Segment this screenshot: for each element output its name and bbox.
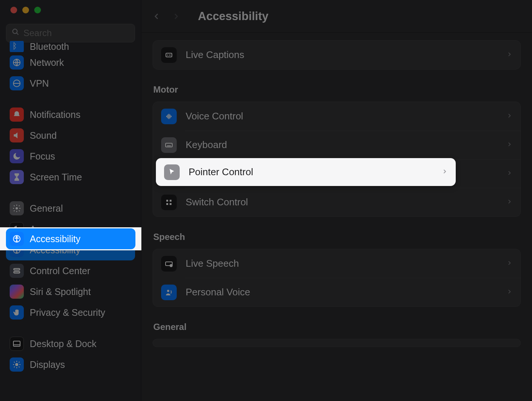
svg-line-19 [14, 366, 15, 367]
row-label: Switch Control [186, 196, 497, 208]
sidebar-item-notifications[interactable]: Notifications [6, 104, 135, 125]
row-pointer-control-highlight[interactable]: Pointer Control [156, 158, 456, 186]
close-window-button[interactable] [10, 7, 17, 13]
search-icon [12, 28, 20, 38]
sidebar-highlight-accessibility: Accessibility [0, 227, 141, 250]
row-voice-control[interactable]: Voice Control [153, 102, 520, 131]
back-button[interactable] [153, 11, 161, 22]
globe-icon [10, 76, 24, 90]
row-label: Live Captions [186, 49, 497, 61]
chevron-right-icon [506, 112, 512, 121]
row-label: Keyboard [186, 139, 497, 151]
gear-icon [10, 201, 24, 215]
sidebar-item-label: Accessibility [30, 234, 80, 244]
sidebar-list: ᛒ Bluetooth Network VPN Notifications [0, 41, 141, 401]
svg-point-39 [16, 236, 17, 237]
pointer-icon [164, 164, 180, 180]
section-label-motor: Motor [153, 84, 520, 95]
chevron-right-icon [506, 169, 512, 178]
section-label-speech: Speech [153, 232, 520, 242]
svg-point-36 [170, 264, 172, 267]
sidebar-item-sound[interactable]: Sound [6, 125, 135, 146]
accessibility-icon [10, 232, 24, 246]
chevron-right-icon [172, 11, 180, 22]
row-label: Live Speech [186, 258, 497, 269]
svg-rect-22 [167, 55, 168, 55]
hand-icon [10, 305, 24, 320]
speech-card: Live Speech Personal Voice [153, 249, 521, 307]
section-label-general: General [153, 322, 520, 332]
forward-button[interactable] [172, 11, 180, 22]
svg-rect-10 [13, 341, 20, 346]
hourglass-icon [10, 170, 24, 184]
chevron-right-icon [506, 51, 512, 60]
sidebar-item-desktop-dock[interactable]: Desktop & Dock [6, 333, 135, 354]
search-container [0, 24, 141, 42]
sidebar-item-label: Sound [30, 130, 57, 141]
sidebar-item-label: Bluetooth [30, 41, 69, 52]
general-card-peek [153, 339, 521, 347]
search-input[interactable] [23, 28, 135, 38]
toolbar: Accessibility [141, 0, 532, 33]
chevron-left-icon [153, 11, 161, 22]
svg-rect-9 [14, 272, 20, 273]
sidebar-item-bluetooth[interactable]: ᛒ Bluetooth [6, 41, 135, 52]
sidebar-item-privacy-security[interactable]: Privacy & Security [6, 302, 135, 323]
svg-rect-32 [170, 200, 172, 202]
sidebar-item-vpn[interactable]: VPN [6, 73, 135, 94]
sidebar-item-label: VPN [30, 78, 49, 89]
sidebar-item-displays[interactable]: Displays [6, 354, 135, 375]
row-label: Voice Control [186, 110, 497, 122]
bell-icon [10, 108, 24, 122]
sidebar-item-network[interactable]: Network [6, 52, 135, 73]
minimize-window-button[interactable] [22, 7, 29, 13]
sidebar-item-accessibility[interactable]: Accessibility [6, 228, 135, 249]
person-voice-icon [161, 285, 177, 300]
chevron-right-icon [506, 288, 512, 297]
chevron-right-icon [506, 259, 512, 268]
sidebar-item-control-center[interactable]: Control Center [6, 260, 135, 281]
sidebar-item-label: Notifications [30, 109, 80, 120]
sidebar-item-label: Focus [30, 151, 55, 162]
switches-icon [10, 264, 24, 278]
sidebar-item-siri-spotlight[interactable]: Siri & Spotlight [6, 281, 135, 302]
chevron-right-icon [442, 168, 448, 177]
sidebar-item-screen-time[interactable]: Screen Time [6, 167, 135, 187]
search-field[interactable] [6, 24, 135, 42]
svg-point-0 [13, 29, 17, 33]
sidebar: ᛒ Bluetooth Network VPN Notifications [0, 0, 141, 401]
svg-rect-33 [166, 203, 168, 205]
svg-line-18 [19, 366, 19, 367]
sidebar-item-label: Displays [30, 359, 65, 370]
siri-icon [10, 285, 24, 299]
svg-rect-34 [170, 203, 172, 205]
sidebar-item-label: Screen Time [30, 172, 82, 183]
hearing-card-tail: Live Captions [153, 40, 521, 70]
moon-icon [10, 149, 24, 163]
page-title: Accessibility [198, 10, 269, 23]
row-label: Personal Voice [186, 286, 497, 298]
keyboard-speech-icon [161, 256, 177, 272]
row-live-captions[interactable]: Live Captions [153, 41, 520, 69]
settings-window: ᛒ Bluetooth Network VPN Notifications [0, 0, 532, 401]
sidebar-item-general[interactable]: General [6, 198, 135, 219]
chevron-right-icon [506, 141, 512, 150]
svg-rect-29 [166, 143, 172, 147]
sidebar-item-label: Network [30, 57, 64, 68]
zoom-window-button[interactable] [34, 7, 41, 13]
svg-rect-31 [166, 200, 168, 202]
sidebar-item-label: Control Center [30, 266, 90, 276]
window-controls [0, 7, 141, 13]
sidebar-item-label: Desktop & Dock [30, 339, 96, 349]
row-switch-control[interactable]: Switch Control [153, 188, 520, 216]
sidebar-item-focus[interactable]: Focus [6, 146, 135, 167]
row-keyboard[interactable]: Keyboard [153, 131, 520, 159]
row-live-speech[interactable]: Live Speech [153, 249, 520, 278]
keyboard-icon [161, 137, 177, 153]
row-personal-voice[interactable]: Personal Voice [153, 278, 520, 307]
main-panel: Accessibility Live Captions Motor Voice … [141, 0, 532, 401]
sound-icon [10, 128, 24, 142]
sidebar-item-label: Privacy & Security [30, 307, 105, 318]
svg-point-37 [167, 290, 169, 292]
captions-icon [161, 47, 177, 63]
